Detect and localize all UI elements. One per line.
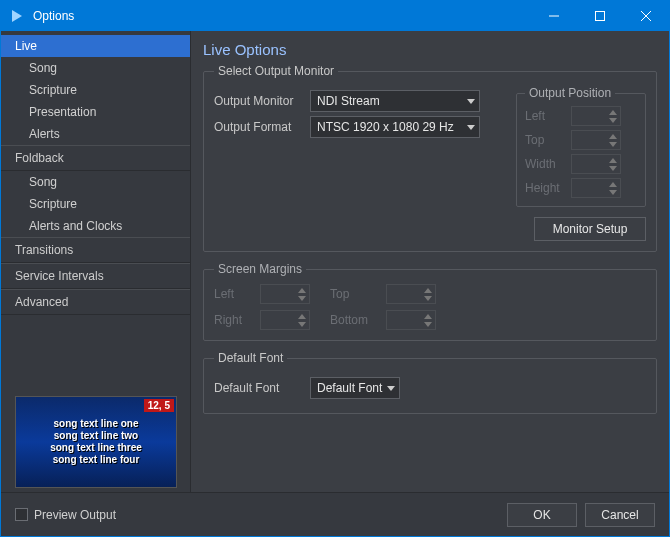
output-position-group: Output Position Left Top Width Height [516, 86, 646, 207]
preview-line: song text line three [50, 442, 142, 454]
default-font-group: Default Font Default Font Default Font [203, 351, 657, 414]
svg-marker-23 [387, 386, 395, 391]
cancel-button[interactable]: Cancel [585, 503, 655, 527]
svg-marker-15 [298, 288, 306, 293]
sidebar-item-foldback[interactable]: Foldback [1, 145, 190, 171]
preview-thumbnail: 12, 5 song text line one song text line … [15, 396, 177, 488]
svg-marker-22 [424, 322, 432, 327]
chevron-down-icon [467, 97, 475, 105]
preview-line: song text line two [54, 430, 138, 442]
chevron-up-icon [607, 156, 619, 164]
sidebar-item-live-alerts[interactable]: Alerts [1, 123, 190, 145]
svg-marker-16 [298, 296, 306, 301]
sidebar-group-live: Live Song Scripture Presentation Alerts [1, 35, 190, 145]
margin-bottom-input [386, 310, 436, 330]
chevron-down-icon [607, 116, 619, 124]
window-title: Options [33, 9, 531, 23]
chevron-up-icon [607, 132, 619, 140]
margin-bottom-label: Bottom [330, 313, 386, 327]
dialog-footer: Preview Output OK Cancel [1, 492, 669, 536]
chevron-up-icon [422, 312, 434, 320]
svg-marker-18 [424, 296, 432, 301]
chevron-down-icon [607, 188, 619, 196]
minimize-button[interactable] [531, 1, 577, 31]
pos-top-input [571, 130, 621, 150]
chevron-down-icon [607, 140, 619, 148]
output-monitor-group: Select Output Monitor Output Monitor NDI… [203, 64, 657, 252]
svg-marker-21 [424, 314, 432, 319]
chevron-down-icon [387, 384, 395, 392]
sidebar-item-foldback-scripture[interactable]: Scripture [1, 193, 190, 215]
monitor-setup-button[interactable]: Monitor Setup [534, 217, 646, 241]
default-font-select[interactable]: Default Font [310, 377, 400, 399]
output-monitor-select[interactable]: NDI Stream [310, 90, 480, 112]
margin-top-input [386, 284, 436, 304]
chevron-down-icon [607, 164, 619, 172]
svg-rect-2 [596, 12, 605, 21]
margin-right-input [260, 310, 310, 330]
sidebar-item-service-intervals[interactable]: Service Intervals [1, 263, 190, 289]
output-monitor-value: NDI Stream [317, 94, 380, 108]
pos-left-input [571, 106, 621, 126]
svg-marker-9 [609, 134, 617, 139]
default-font-label: Default Font [214, 381, 310, 395]
svg-marker-6 [467, 125, 475, 130]
chevron-up-icon [296, 286, 308, 294]
sidebar-group-singles: Transitions Service Intervals [1, 237, 190, 289]
sidebar-item-live-scripture[interactable]: Scripture [1, 79, 190, 101]
ok-button[interactable]: OK [507, 503, 577, 527]
svg-marker-5 [467, 99, 475, 104]
titlebar: Options [1, 1, 669, 31]
sidebar-item-advanced[interactable]: Advanced [1, 289, 190, 315]
output-format-select[interactable]: NTSC 1920 x 1080 29 Hz [310, 116, 480, 138]
sidebar-item-live-presentation[interactable]: Presentation [1, 101, 190, 123]
chevron-down-icon [422, 294, 434, 302]
content-pane: Live Options Select Output Monitor Outpu… [191, 31, 669, 492]
svg-marker-11 [609, 158, 617, 163]
chevron-up-icon [607, 108, 619, 116]
svg-marker-12 [609, 166, 617, 171]
svg-marker-13 [609, 182, 617, 187]
close-button[interactable] [623, 1, 669, 31]
default-font-legend: Default Font [214, 351, 287, 365]
preview-output-label: Preview Output [34, 508, 116, 522]
preview-line: song text line one [53, 418, 138, 430]
preview-badge: 12, 5 [144, 399, 174, 412]
svg-marker-7 [609, 110, 617, 115]
pos-width-label: Width [525, 157, 571, 171]
chevron-down-icon [467, 123, 475, 131]
sidebar-group-foldback: Foldback Song Scripture Alerts and Clock… [1, 145, 190, 237]
pos-height-input [571, 178, 621, 198]
svg-marker-19 [298, 314, 306, 319]
options-window: Options Live Song Scripture Presentation… [0, 0, 670, 537]
margin-top-label: Top [330, 287, 386, 301]
sidebar-item-live-song[interactable]: Song [1, 57, 190, 79]
pos-left-label: Left [525, 109, 571, 123]
margin-left-input [260, 284, 310, 304]
output-monitor-label: Output Monitor [214, 94, 310, 108]
output-monitor-legend: Select Output Monitor [214, 64, 338, 78]
margin-left-label: Left [214, 287, 260, 301]
sidebar: Live Song Scripture Presentation Alerts … [1, 31, 191, 492]
preview-output-checkbox[interactable] [15, 508, 28, 521]
maximize-button[interactable] [577, 1, 623, 31]
chevron-down-icon [296, 320, 308, 328]
chevron-up-icon [422, 286, 434, 294]
chevron-up-icon [296, 312, 308, 320]
output-format-label: Output Format [214, 120, 310, 134]
pos-top-label: Top [525, 133, 571, 147]
app-icon [9, 8, 25, 24]
sidebar-item-transitions[interactable]: Transitions [1, 237, 190, 263]
sidebar-item-live[interactable]: Live [1, 35, 190, 57]
svg-marker-14 [609, 190, 617, 195]
sidebar-item-foldback-song[interactable]: Song [1, 171, 190, 193]
pos-width-input [571, 154, 621, 174]
margin-right-label: Right [214, 313, 260, 327]
screen-margins-legend: Screen Margins [214, 262, 306, 276]
sidebar-item-foldback-alerts[interactable]: Alerts and Clocks [1, 215, 190, 237]
default-font-value: Default Font [317, 381, 382, 395]
dialog-body: Live Song Scripture Presentation Alerts … [1, 31, 669, 492]
chevron-up-icon [607, 180, 619, 188]
output-format-value: NTSC 1920 x 1080 29 Hz [317, 120, 454, 134]
svg-marker-17 [424, 288, 432, 293]
